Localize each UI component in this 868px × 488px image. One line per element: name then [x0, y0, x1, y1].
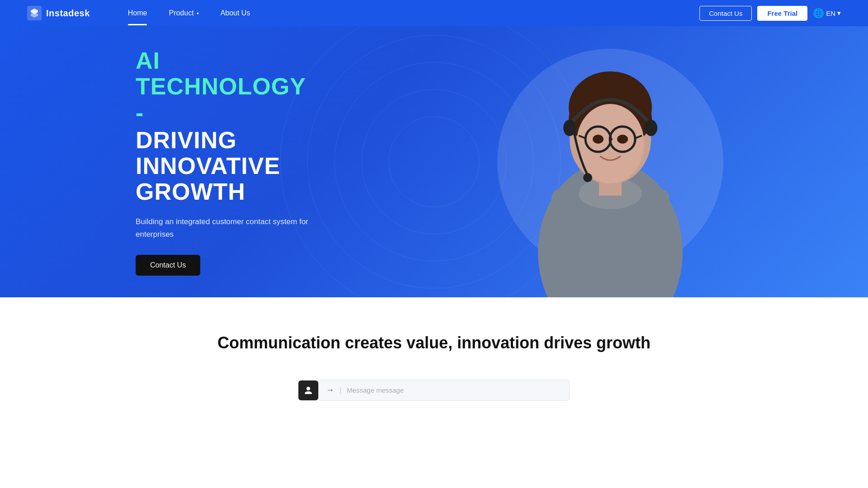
hero-title-accent: AI TECHNOLOGY - [136, 48, 316, 126]
svg-point-19 [593, 135, 604, 144]
svg-point-20 [617, 135, 628, 144]
chevron-down-icon: ▾ [837, 9, 841, 17]
navbar: Instadesk Home Product ▾ About Us Contac… [0, 0, 868, 26]
hero-subtitle: Building an integrated customer contact … [136, 216, 316, 240]
person-svg [524, 35, 696, 297]
contact-us-hero-button[interactable]: Contact Us [136, 255, 200, 276]
svg-point-2 [362, 89, 506, 234]
logo[interactable]: Instadesk [27, 6, 90, 20]
svg-point-24 [307, 387, 310, 390]
logo-text: Instadesk [46, 8, 90, 19]
chevron-down-icon: ▾ [197, 11, 199, 16]
nav-link-home[interactable]: Home [117, 1, 158, 25]
nav-link-product[interactable]: Product ▾ [158, 1, 209, 25]
navbar-left: Instadesk Home Product ▾ About Us [27, 1, 261, 25]
hero-content: AI TECHNOLOGY - DRIVING INNOVATIVE GROWT… [0, 48, 316, 276]
logo-icon [27, 6, 42, 20]
hero-title-main: DRIVING INNOVATIVE GROWTH [136, 127, 316, 205]
chat-divider: | [340, 386, 341, 394]
svg-point-22 [645, 120, 657, 136]
language-selector[interactable]: 🌐 EN ▾ [813, 8, 841, 19]
chat-message-placeholder: Message message [347, 386, 404, 394]
svg-point-23 [583, 173, 592, 182]
chat-avatar [298, 380, 318, 400]
free-trial-button[interactable]: Free Trial [757, 6, 807, 21]
navbar-right: Contact Us Free Trial 🌐 EN ▾ [699, 6, 841, 21]
nav-link-about[interactable]: About Us [210, 1, 261, 25]
chat-preview-section: → | Message message [0, 371, 868, 419]
chat-widget: → | Message message [298, 380, 570, 401]
chat-input-area[interactable]: → | Message message [318, 380, 570, 401]
hero-section: AI TECHNOLOGY - DRIVING INNOVATIVE GROWT… [0, 26, 868, 297]
nav-links: Home Product ▾ About Us [117, 1, 261, 25]
svg-point-1 [389, 117, 479, 207]
contact-us-nav-button[interactable]: Contact Us [699, 6, 752, 21]
hero-person-image [524, 35, 696, 297]
value-section: Communication creates value, innovation … [0, 297, 868, 371]
arrow-icon: → [326, 385, 334, 395]
value-section-title: Communication creates value, innovation … [217, 333, 651, 352]
globe-icon: 🌐 [813, 8, 824, 19]
chat-avatar-icon [303, 385, 314, 396]
